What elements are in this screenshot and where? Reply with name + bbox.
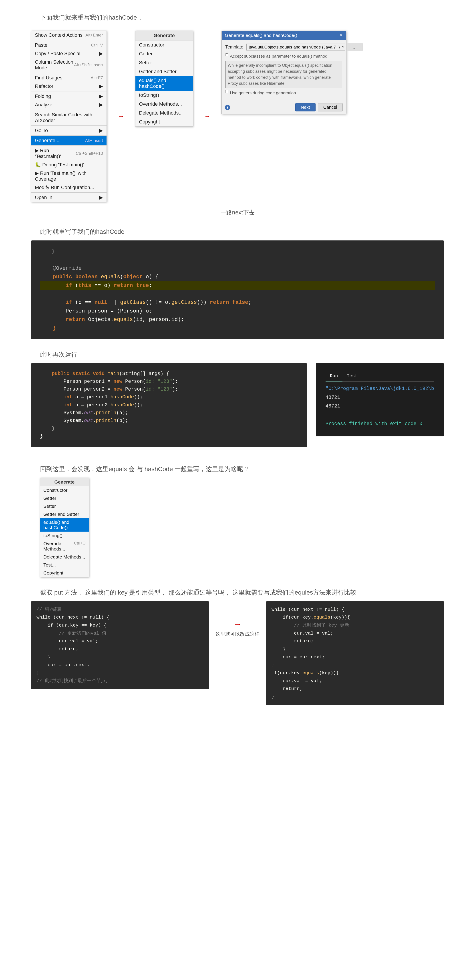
gm2-getter-setter[interactable]: Getter and Setter xyxy=(40,510,89,518)
run-line-exit: Process finished with exit code 0 xyxy=(326,420,434,428)
menu-sep-4 xyxy=(31,110,106,110)
menu-item-copy-paste-special[interactable]: Copy / Paste Special ▶ xyxy=(31,49,106,58)
menu-item-search-similar[interactable]: Search Similar Codes with AIXcoder xyxy=(31,111,106,125)
dialog-checkbox1-row: Accept subclasses as parameter to equals… xyxy=(225,53,342,59)
page-container: 下面我们就来重写我们的hashCode， Show Context Action… xyxy=(0,0,475,723)
gm2-override[interactable]: Override Methods... Ctrl+O xyxy=(40,539,89,553)
menu-item-run-test[interactable]: ▶ Run 'Test.main()' Ctrl+Shift+F10 xyxy=(31,146,106,161)
ide-context-menu: Show Context Actions Alt+Enter Paste Ctr… xyxy=(31,31,107,202)
checkbox2-label: Use getters during code generation xyxy=(230,90,296,96)
run-line-1: 48721 xyxy=(326,393,434,402)
gm2-test[interactable]: Test... xyxy=(40,561,89,569)
checkbox-use-getters[interactable] xyxy=(225,90,228,93)
dialog-template-row: Template: java.util.Objects.equals and h… xyxy=(225,43,342,51)
dialog-body: Template: java.util.Objects.equals and h… xyxy=(222,40,346,101)
menu-item-goto[interactable]: Go To ▶ xyxy=(31,126,106,135)
compare-arrow-area: → 这里就可以改成这样 xyxy=(216,601,259,638)
menu-item-paste[interactable]: Paste Ctrl+V xyxy=(31,41,106,49)
dialog-note: While generally incompliant to Object.eq… xyxy=(225,61,342,88)
gm2-constructor[interactable]: Constructor xyxy=(40,486,89,494)
gm2-equals-hashcode[interactable]: equals() and hashCode() xyxy=(40,518,89,531)
menu-sep-6 xyxy=(31,135,106,136)
generate-delegate-methods[interactable]: Delegate Methods... xyxy=(135,108,193,118)
code-equals-block: } @Override public boolean equals(Object… xyxy=(31,240,444,339)
run-output: Run Test "C:\Program Files\Java\jdk1.8.0… xyxy=(321,367,438,433)
menu-sep-1 xyxy=(31,40,106,40)
side-note: 一路next下去 xyxy=(18,208,457,216)
checkbox1-label: Accept subclasses as parameter to equals… xyxy=(230,53,327,59)
run-line-2: 48721 xyxy=(326,402,434,411)
run-result-panel: Run Test "C:\Program Files\Java\jdk1.8.0… xyxy=(316,363,444,436)
run-line-path: "C:\Program Files\Java\jdk1.8.0_192\b xyxy=(326,384,434,393)
generate-copyright[interactable]: Copyright xyxy=(135,118,193,126)
checkbox-accept-subclasses[interactable] xyxy=(225,53,228,56)
compare-arrow: → xyxy=(233,619,242,629)
section1-desc: 下面我们就来重写我们的hashCode， xyxy=(18,13,457,22)
menu-sep-7 xyxy=(31,145,106,146)
code-compare-layout: // 链/链表 while (cur.next != null) { if (c… xyxy=(31,601,444,705)
menu-item-column-selection[interactable]: Column Selection Mode Alt+Shift+Insert xyxy=(31,58,106,72)
section3-heading: 此时再次运行 xyxy=(40,350,457,359)
generate-override-methods[interactable]: Override Methods... xyxy=(135,100,193,108)
generate-menu2-area: Generate Constructor Getter Setter Gette… xyxy=(40,478,444,577)
gm2-copyright[interactable]: Copyright xyxy=(40,569,89,577)
menu-item-find-usages[interactable]: Find Usages Alt+F7 xyxy=(31,74,106,82)
code-put-left: // 链/链表 while (cur.next != null) { if (c… xyxy=(31,601,209,689)
dialog-checkbox2-row: Use getters during code generation xyxy=(225,90,342,96)
gm2-getter[interactable]: Getter xyxy=(40,494,89,502)
section5-heading: 截取 put 方法， 这里我们的 key 是引用类型， 那么还能通过等号吗， 这… xyxy=(40,588,457,597)
run-line-blank xyxy=(326,411,434,420)
next-button[interactable]: Next xyxy=(295,103,316,111)
generate-equals-dialog: Generate equals() and hashCode() ✕ Templ… xyxy=(221,31,346,114)
generate-constructor[interactable]: Constructor xyxy=(135,40,193,49)
compare-label: 这里就可以改成这样 xyxy=(216,631,259,638)
generate-equals-hashcode[interactable]: equals() and hashCode() xyxy=(135,76,193,91)
menu-item-folding[interactable]: Folding ▶ xyxy=(31,92,106,100)
generate-tostring[interactable]: toString() xyxy=(135,91,193,100)
generate-submenu: Generate Constructor Getter Setter Gette… xyxy=(135,31,193,127)
menu-item-run-coverage[interactable]: ▶ Run 'Test.main()' with Coverage xyxy=(31,169,106,183)
section2-heading: 此时就重写了我们的hashCode xyxy=(40,228,457,236)
run-result-col: Run Test "C:\Program Files\Java\jdk1.8.0… xyxy=(316,363,444,436)
template-options-btn[interactable]: … xyxy=(347,43,362,51)
main-run-layout: public static void main(String[] args) {… xyxy=(31,363,444,447)
generate-menu2-header: Generate xyxy=(40,478,89,486)
dialog-title: Generate equals() and hashCode() xyxy=(225,33,297,38)
gm2-tostring[interactable]: toString() xyxy=(40,531,89,539)
menu-sep-2 xyxy=(31,73,106,73)
generate-menu-header: Generate xyxy=(135,31,193,40)
generate-getter[interactable]: Getter xyxy=(135,49,193,58)
arrow-to-dialog: → xyxy=(204,113,210,120)
context-menu-area: Show Context Actions Alt+Enter Paste Ctr… xyxy=(18,31,457,202)
dialog-btn-group: Next Cancel xyxy=(295,103,343,111)
menu-item-modify-run[interactable]: Modify Run Configuration... xyxy=(31,183,106,192)
arrow-to-generate: → xyxy=(118,113,124,120)
template-select[interactable]: java.util.Objects.equals and hashCode (J… xyxy=(246,44,345,51)
test-tab[interactable]: Test xyxy=(342,371,362,382)
menu-item-generate[interactable]: Generate... Alt+Insert xyxy=(31,136,106,145)
dialog-close-btn[interactable]: ✕ xyxy=(339,33,343,38)
menu-item-refactor[interactable]: Refactor ▶ xyxy=(31,82,106,91)
code-main-block: public static void main(String[] args) {… xyxy=(31,363,307,447)
gm2-setter[interactable]: Setter xyxy=(40,502,89,510)
run-tab-bar: Run Test xyxy=(326,371,434,382)
template-label: Template: xyxy=(225,45,245,49)
menu-item-open-in[interactable]: Open In ▶ xyxy=(31,193,106,202)
main-code-col: public static void main(String[] args) {… xyxy=(31,363,307,447)
dialog-footer: i Next Cancel xyxy=(222,101,346,114)
cancel-button[interactable]: Cancel xyxy=(318,103,343,111)
gm2-delegate[interactable]: Delegate Methods... xyxy=(40,553,89,561)
run-tab[interactable]: Run xyxy=(326,371,342,382)
code-put-right: while (cur.next != null) { if(cur.key.eq… xyxy=(266,601,444,705)
menu-item-show-context-actions[interactable]: Show Context Actions Alt+Enter xyxy=(31,31,106,39)
menu-item-debug-test[interactable]: 🐛 Debug 'Test.main()' xyxy=(31,161,106,169)
generate-menu2: Generate Constructor Getter Setter Gette… xyxy=(40,478,89,577)
info-icon: i xyxy=(225,105,230,110)
generate-setter[interactable]: Setter xyxy=(135,58,193,67)
section4-heading: 回到这里，会发现，这里equals 会 与 hashCode 一起重写，这里是为… xyxy=(40,465,457,473)
generate-getter-setter[interactable]: Getter and Setter xyxy=(135,67,193,76)
dialog-titlebar: Generate equals() and hashCode() ✕ xyxy=(222,31,346,40)
menu-item-analyze[interactable]: Analyze ▶ xyxy=(31,100,106,109)
